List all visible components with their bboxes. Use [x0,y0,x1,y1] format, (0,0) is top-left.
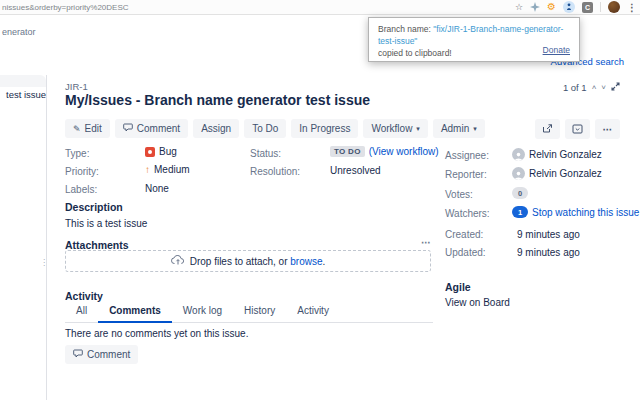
popup-message-suffix: copied to clipboard! [378,48,452,58]
created-label: Created: [445,229,483,240]
issue-title: My/Issues - Branch name generator test i… [65,92,370,108]
resolution-value: Unresolved [330,165,381,176]
pager-up-icon[interactable]: ˄ [592,83,597,92]
stop-watching-link[interactable]: Stop watching this issue [532,207,639,218]
pencil-icon: ✎ [73,124,81,134]
labels-value: None [145,183,169,194]
tab-activity[interactable]: Activity [286,302,340,322]
edit-button[interactable]: ✎Edit [65,119,110,138]
attachments-dropzone[interactable]: Drop files to attach, or browse. [65,250,431,272]
share-button[interactable] [535,119,560,139]
tab-comments[interactable]: Comments [98,302,172,323]
workflow-menu-button[interactable]: Workflow▾ [363,119,427,138]
edit-label: Edit [85,123,102,134]
comment-footer-button-wrap: Comment [65,345,138,364]
extension-compass-icon[interactable] [530,0,540,16]
type-text: Bug [159,146,177,157]
reporter-label: Reporter: [445,169,487,180]
sidebar-item-test-issue[interactable]: test issue [0,87,46,105]
assignee-label: Assignee: [445,150,489,161]
status-value: TO DO(View workflow) [330,146,439,157]
project-name-fragment: enerator [2,27,36,37]
browser-profile-avatar[interactable] [608,1,620,13]
tab-history[interactable]: History [233,302,286,322]
workflow-label: Workflow [371,123,412,134]
votes-badge[interactable]: 0 [512,187,528,199]
speech-bubble-icon [123,123,133,134]
assignee-avatar [512,148,525,161]
reporter-name[interactable]: Relvin Gonzalez [529,168,602,179]
chevron-down-icon: ▾ [473,125,477,133]
description-heading: Description [65,201,123,213]
todo-button[interactable]: To Do [244,119,286,138]
sidebar-header [0,75,46,87]
agile-heading: Agile [445,281,471,293]
address-bar-url[interactable]: nissues&orderby=priority%20DESC [2,3,129,12]
votes-label: Votes: [445,189,473,200]
browser-menu-icon[interactable]: ⋮ [627,2,637,13]
activity-heading: Activity [65,290,103,302]
watchers-badge[interactable]: 1 [512,206,528,218]
cloud-upload-icon [171,255,185,267]
comment-footer-label: Comment [87,349,130,360]
updated-value: 9 minutes ago [517,247,580,258]
updated-label: Updated: [445,247,486,258]
popup-message: Branch name: "fix/JIR-1-Branch-name-gene… [378,24,563,58]
status-label: Status: [250,148,281,159]
labels-label: Labels: [65,184,97,195]
priority-value: ↑Medium [145,164,190,175]
bug-icon [145,147,155,157]
no-comments-message: There are no comments yet on this issue. [65,328,248,339]
votes-value: 0 [512,187,528,199]
reporter-avatar [512,167,525,180]
watchers-label: Watchers: [445,208,490,219]
priority-label: Priority: [65,166,99,177]
speech-bubble-icon [73,349,83,360]
tab-all[interactable]: All [65,302,98,322]
browser-toolbar: nissues&orderby=priority%20DESC ☆ ⚙ C ⋮ [0,0,640,15]
tab-work-log[interactable]: Work log [172,302,233,322]
drop-text-prefix: Drop files to attach, or [190,256,291,267]
comment-footer-button[interactable]: Comment [65,345,138,364]
dropzone-text: Drop files to attach, or browse. [190,256,326,267]
branch-name-extension-icon[interactable] [563,1,575,13]
view-on-board-link[interactable]: View on Board [445,297,510,308]
attachments-more-icon[interactable]: ⋯ [421,237,431,248]
admin-menu-button[interactable]: Admin▾ [433,119,485,138]
bookmark-star-icon[interactable]: ☆ [515,1,523,13]
type-value: Bug [145,146,177,157]
comment-button[interactable]: Comment [115,119,188,138]
popup-message-prefix: Branch name: [378,24,433,34]
donate-link[interactable]: Donate [543,45,570,57]
priority-text: Medium [154,164,190,175]
chevron-down-icon: ▾ [416,125,420,133]
comment-label: Comment [137,123,180,134]
issue-toolbar-icons: ⋯ [535,119,620,139]
pager-down-icon[interactable]: ˅ [601,83,606,92]
issue-nav-sidebar: test issue [0,75,47,400]
browser-window: nissues&orderby=priority%20DESC ☆ ⚙ C ⋮ … [0,0,640,400]
description-text: This is a test issue [65,218,147,229]
activity-tabs: All Comments Work log History Activity [65,302,433,323]
extension-icon-row: ☆ ⚙ C ⋮ [515,1,637,13]
browse-link[interactable]: browse [290,256,322,267]
assignee-name[interactable]: Relvin Gonzalez [529,149,602,160]
admin-label: Admin [441,123,469,134]
more-options-button[interactable]: ⋯ [595,119,620,139]
issue-key-link[interactable]: JIR-1 [65,81,88,92]
extension-c-icon[interactable]: C [582,2,593,13]
created-value: 9 minutes ago [517,229,580,240]
expand-icon[interactable] [611,82,620,93]
watchers-value: 1Stop watching this issue [512,206,639,218]
in-progress-button[interactable]: In Progress [291,119,358,138]
view-workflow-link[interactable]: (View workflow) [369,146,439,157]
priority-medium-icon: ↑ [145,164,150,175]
assign-button[interactable]: Assign [193,119,239,138]
status-lozenge: TO DO [330,146,365,157]
toolbar-divider [600,2,601,12]
sidebar-resize-handle[interactable]: ⋮ [40,258,48,267]
extension-gear-icon[interactable]: ⚙ [547,1,556,13]
branch-name-popup: Branch name: "fix/JIR-1-Branch-name-gene… [368,17,580,62]
export-button[interactable] [565,119,590,139]
assignee-value: Relvin Gonzalez [512,148,602,161]
